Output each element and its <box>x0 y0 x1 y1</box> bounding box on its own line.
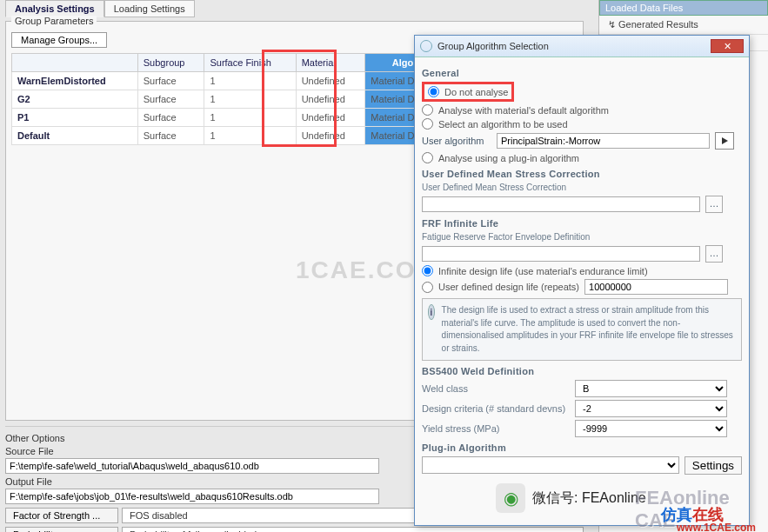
plugin-section-title: Plug-in Algorithm <box>422 442 742 453</box>
wechat-text: 微信号: FEAonline <box>532 489 646 508</box>
fangzhen-blue: 仿真 <box>661 506 692 523</box>
row-subgroup: Surface <box>137 90 204 109</box>
row-material: Undefined <box>296 72 365 90</box>
frf-browse-button[interactable]: … <box>705 245 723 263</box>
user-algorithm-input[interactable] <box>497 133 710 149</box>
design-criteria-select[interactable]: -2 <box>575 400 727 417</box>
infinite-design-label: Infinite design life (use material's end… <box>438 266 648 276</box>
analyse-plugin-label: Analyse using a plug-in algorithm <box>438 153 579 163</box>
row-name: P1 <box>12 109 138 127</box>
weld-class-select[interactable]: B <box>575 380 727 397</box>
weld-class-label: Weld class <box>422 383 570 394</box>
row-material: Undefined <box>296 127 365 145</box>
dialog-title-bar[interactable]: Group Algorithm Selection ✕ <box>415 36 749 57</box>
tab-loading-settings[interactable]: Loading Settings <box>104 0 195 17</box>
udmsc-section-title: User Defined Mean Stress Correction <box>422 169 742 179</box>
radio-select-algorithm[interactable] <box>422 118 433 130</box>
row-finish: 1 <box>204 72 296 90</box>
design-criteria-label: Design criteria (# standard devns) <box>422 403 570 414</box>
infinite-design-row[interactable]: Infinite design life (use material's end… <box>422 265 742 276</box>
fangzhen-red: 在线 <box>692 506 724 523</box>
tab-analysis-settings[interactable]: Analysis Settings <box>5 0 104 17</box>
row-subgroup: Surface <box>137 72 204 90</box>
probability-button[interactable]: Probability ... <box>5 527 118 532</box>
bs5400-section-title: BS5400 Weld Definition <box>422 366 742 376</box>
group-algorithm-dialog: Group Algorithm Selection ✕ General Do n… <box>414 35 750 526</box>
recycle-icon <box>420 40 432 52</box>
row-finish: 1 <box>204 109 296 127</box>
plugin-settings-button[interactable]: Settings <box>685 456 742 475</box>
info-box: i The design life is used to extract a s… <box>422 298 742 361</box>
udmsc-input[interactable] <box>422 196 700 212</box>
play-button[interactable] <box>715 132 734 150</box>
do-not-analyse-row[interactable]: Do not analyse <box>422 82 742 102</box>
col-subgroup[interactable]: Subgroup <box>137 54 204 72</box>
source-file-input[interactable] <box>5 458 379 474</box>
frf-envelope-input[interactable] <box>422 246 700 262</box>
plugin-select[interactable] <box>422 456 679 474</box>
row-subgroup: Surface <box>137 109 204 127</box>
radio-user-defined-design[interactable] <box>422 282 433 293</box>
close-button[interactable]: ✕ <box>711 39 744 53</box>
col-name[interactable] <box>12 54 138 72</box>
row-name: G2 <box>12 90 138 109</box>
info-icon: i <box>428 304 435 320</box>
manage-groups-button[interactable]: Manage Groups... <box>11 32 107 48</box>
select-algorithm-label: Select an algorithm to be used <box>438 119 568 130</box>
info-text: The design life is used to extract a str… <box>442 304 736 355</box>
row-material: Undefined <box>296 109 365 127</box>
general-section-title: General <box>422 68 742 78</box>
dialog-body: General Do not analyse Analyse with mate… <box>415 57 749 480</box>
row-finish: 1 <box>204 90 296 109</box>
col-surface-finish[interactable]: Surface Finish <box>204 54 296 72</box>
do-not-analyse-label: Do not analyse <box>444 87 508 97</box>
tabs: Analysis Settings Loading Settings <box>5 0 584 17</box>
radio-infinite-design[interactable] <box>422 265 433 276</box>
col-material[interactable]: Material <box>296 54 365 72</box>
group-parameters-label: Group Parameters <box>11 16 97 26</box>
yield-stress-select[interactable]: -9999 <box>575 420 727 437</box>
wechat-overlay: ◉ 微信号: FEAonline <box>496 483 646 513</box>
row-finish: 1 <box>204 127 296 145</box>
analyse-plugin-row[interactable]: Analyse using a plug-in algorithm <box>422 152 742 163</box>
loaded-data-header: Loaded Data Files <box>599 0 768 16</box>
frf-section-title: FRF Infinite Life <box>422 218 742 229</box>
udmsc-sub: User Defined Mean Stress Correction <box>422 183 742 192</box>
user-algorithm-label: User algorithm <box>422 136 491 146</box>
results-icon: ↯ <box>608 19 616 30</box>
factor-of-strength-button[interactable]: Factor of Strength ... <box>5 508 118 523</box>
onecae-overlay: www.1CAE.com <box>677 522 756 532</box>
analyse-default-row[interactable]: Analyse with material's default algorith… <box>422 104 742 116</box>
row-material: Undefined <box>296 90 365 109</box>
radio-do-not-analyse[interactable] <box>428 86 439 97</box>
design-life-input[interactable] <box>584 279 728 295</box>
row-name: Default <box>12 127 138 145</box>
output-file-input[interactable] <box>5 489 379 504</box>
row-name: WarnElemDistorted <box>12 72 138 90</box>
frf-sub: Fatigue Reserve Factor Envelope Definiti… <box>422 232 742 242</box>
udmsc-browse-button[interactable]: … <box>705 196 723 213</box>
generated-results-item[interactable]: ↯ Generated Results <box>599 16 768 34</box>
radio-analyse-default[interactable] <box>422 104 433 116</box>
play-icon <box>722 137 728 144</box>
yield-stress-label: Yield stress (MPa) <box>422 423 570 434</box>
probability-value: Probability of failures disabled <box>122 527 584 532</box>
user-defined-design-label: User defined design life (repeats) <box>438 282 579 292</box>
dialog-title: Group Algorithm Selection <box>437 41 549 51</box>
user-defined-design-row[interactable]: User defined design life (repeats) <box>422 279 742 295</box>
generated-results-label: Generated Results <box>618 19 698 30</box>
wechat-icon: ◉ <box>496 483 525 513</box>
select-algorithm-row[interactable]: Select an algorithm to be used <box>422 118 742 130</box>
analyse-default-label: Analyse with material's default algorith… <box>438 105 609 116</box>
radio-analyse-plugin[interactable] <box>422 152 433 163</box>
row-subgroup: Surface <box>137 127 204 145</box>
